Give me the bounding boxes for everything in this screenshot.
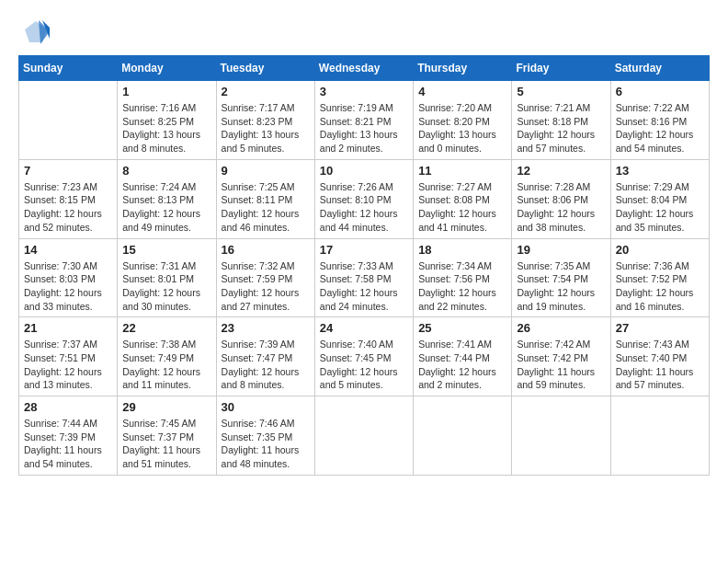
day-number: 28 (24, 400, 112, 414)
day-number: 25 (418, 321, 506, 335)
weekday-header: Thursday (414, 56, 512, 81)
day-info: Sunrise: 7:40 AMSunset: 7:45 PMDaylight:… (320, 338, 408, 392)
day-info: Sunrise: 7:38 AMSunset: 7:49 PMDaylight:… (122, 338, 210, 392)
daylight-text: Daylight: 12 hours and 22 minutes. (418, 287, 496, 312)
calendar-cell: 16Sunrise: 7:32 AMSunset: 7:59 PMDayligh… (216, 238, 314, 317)
day-info: Sunrise: 7:28 AMSunset: 8:06 PMDaylight:… (517, 180, 605, 235)
weekday-header: Sunday (19, 56, 118, 81)
daylight-text: Daylight: 12 hours and 35 minutes. (616, 208, 694, 233)
day-number: 4 (418, 85, 506, 98)
daylight-text: Daylight: 12 hours and 33 minutes. (24, 287, 102, 312)
sunrise-text: Sunrise: 7:28 AM (517, 181, 590, 192)
sunrise-text: Sunrise: 7:22 AM (616, 102, 689, 113)
daylight-text: Daylight: 12 hours and 54 minutes. (616, 129, 694, 154)
day-number: 26 (517, 321, 605, 335)
sunrise-text: Sunrise: 7:25 AM (222, 181, 295, 192)
sunrise-text: Sunrise: 7:32 AM (222, 260, 295, 271)
sunset-text: Sunset: 7:47 PM (222, 352, 293, 363)
day-info: Sunrise: 7:19 AMSunset: 8:21 PMDaylight:… (320, 101, 408, 155)
calendar-cell: 15Sunrise: 7:31 AMSunset: 8:01 PMDayligh… (118, 238, 216, 317)
sunrise-text: Sunrise: 7:24 AM (122, 181, 196, 192)
calendar-cell: 30Sunrise: 7:46 AMSunset: 7:35 PMDayligh… (216, 396, 314, 476)
day-info: Sunrise: 7:33 AMSunset: 7:58 PMDaylight:… (320, 259, 408, 314)
sunset-text: Sunset: 8:13 PM (122, 194, 194, 205)
day-number: 17 (320, 243, 408, 257)
day-number: 23 (222, 321, 310, 335)
sunset-text: Sunset: 8:01 PM (122, 273, 194, 284)
weekday-header: Friday (512, 56, 610, 81)
day-number: 1 (122, 85, 210, 98)
day-number: 20 (616, 243, 704, 257)
daylight-text: Daylight: 12 hours and 19 minutes. (517, 287, 595, 312)
sunrise-text: Sunrise: 7:19 AM (320, 102, 393, 113)
calendar-cell: 25Sunrise: 7:41 AMSunset: 7:44 PMDayligh… (414, 317, 512, 396)
sunset-text: Sunset: 7:42 PM (517, 352, 588, 363)
sunrise-text: Sunrise: 7:38 AM (122, 339, 196, 350)
sunrise-text: Sunrise: 7:21 AM (517, 102, 590, 113)
daylight-text: Daylight: 11 hours and 48 minutes. (222, 444, 300, 469)
sunrise-text: Sunrise: 7:26 AM (320, 181, 393, 192)
day-number: 12 (517, 164, 605, 178)
calendar-week-row: 1Sunrise: 7:16 AMSunset: 8:25 PMDaylight… (19, 81, 710, 160)
calendar-cell (314, 396, 413, 476)
sunrise-text: Sunrise: 7:41 AM (418, 339, 492, 350)
calendar-cell (414, 396, 512, 476)
sunrise-text: Sunrise: 7:27 AM (418, 181, 492, 192)
calendar-cell (512, 396, 610, 476)
day-number: 22 (122, 321, 210, 335)
day-info: Sunrise: 7:39 AMSunset: 7:47 PMDaylight:… (222, 338, 310, 392)
calendar-cell: 13Sunrise: 7:29 AMSunset: 8:04 PMDayligh… (610, 159, 709, 238)
day-number: 15 (122, 243, 210, 257)
logo-icon (22, 18, 50, 46)
sunset-text: Sunset: 7:54 PM (517, 273, 588, 284)
sunrise-text: Sunrise: 7:34 AM (418, 260, 492, 271)
day-info: Sunrise: 7:24 AMSunset: 8:13 PMDaylight:… (122, 180, 210, 235)
calendar-cell: 2Sunrise: 7:17 AMSunset: 8:23 PMDaylight… (216, 81, 314, 160)
day-info: Sunrise: 7:35 AMSunset: 7:54 PMDaylight:… (517, 259, 605, 314)
sunset-text: Sunset: 7:59 PM (222, 273, 293, 284)
calendar-cell: 12Sunrise: 7:28 AMSunset: 8:06 PMDayligh… (512, 159, 610, 238)
calendar-cell: 17Sunrise: 7:33 AMSunset: 7:58 PMDayligh… (314, 238, 413, 317)
calendar: SundayMondayTuesdayWednesdayThursdayFrid… (18, 55, 710, 476)
sunset-text: Sunset: 8:04 PM (616, 194, 688, 205)
sunset-text: Sunset: 7:49 PM (122, 352, 194, 363)
day-number: 30 (222, 400, 310, 414)
day-info: Sunrise: 7:21 AMSunset: 8:18 PMDaylight:… (517, 101, 605, 155)
day-info: Sunrise: 7:46 AMSunset: 7:35 PMDaylight:… (222, 417, 310, 471)
daylight-text: Daylight: 12 hours and 52 minutes. (24, 208, 102, 233)
day-info: Sunrise: 7:20 AMSunset: 8:20 PMDaylight:… (418, 101, 506, 155)
sunrise-text: Sunrise: 7:42 AM (517, 339, 590, 350)
day-info: Sunrise: 7:44 AMSunset: 7:39 PMDaylight:… (24, 417, 112, 471)
calendar-cell: 3Sunrise: 7:19 AMSunset: 8:21 PMDaylight… (314, 81, 413, 160)
sunrise-text: Sunrise: 7:36 AM (616, 260, 689, 271)
sunset-text: Sunset: 8:25 PM (122, 116, 194, 127)
day-info: Sunrise: 7:29 AMSunset: 8:04 PMDaylight:… (616, 180, 704, 235)
day-number: 24 (320, 321, 408, 335)
calendar-cell: 5Sunrise: 7:21 AMSunset: 8:18 PMDaylight… (512, 81, 610, 160)
page-header (18, 18, 710, 46)
day-number: 16 (222, 243, 310, 257)
sunrise-text: Sunrise: 7:16 AM (122, 102, 196, 113)
day-info: Sunrise: 7:45 AMSunset: 7:37 PMDaylight:… (122, 417, 210, 471)
sunrise-text: Sunrise: 7:17 AM (222, 102, 295, 113)
calendar-cell: 14Sunrise: 7:30 AMSunset: 8:03 PMDayligh… (19, 238, 118, 317)
sunset-text: Sunset: 7:40 PM (616, 352, 688, 363)
day-number: 8 (122, 164, 210, 178)
day-info: Sunrise: 7:31 AMSunset: 8:01 PMDaylight:… (122, 259, 210, 314)
calendar-cell: 10Sunrise: 7:26 AMSunset: 8:10 PMDayligh… (314, 159, 413, 238)
calendar-cell: 21Sunrise: 7:37 AMSunset: 7:51 PMDayligh… (19, 317, 118, 396)
sunset-text: Sunset: 8:08 PM (418, 194, 490, 205)
sunset-text: Sunset: 7:39 PM (24, 431, 96, 442)
day-number: 29 (122, 400, 210, 414)
sunset-text: Sunset: 7:44 PM (418, 352, 490, 363)
day-info: Sunrise: 7:23 AMSunset: 8:15 PMDaylight:… (24, 180, 112, 235)
daylight-text: Daylight: 12 hours and 13 minutes. (24, 366, 102, 391)
weekday-header: Saturday (610, 56, 709, 81)
day-number: 6 (616, 85, 704, 98)
day-number: 9 (222, 164, 310, 178)
sunset-text: Sunset: 8:18 PM (517, 116, 588, 127)
day-number: 2 (222, 85, 310, 98)
daylight-text: Daylight: 12 hours and 5 minutes. (320, 366, 398, 391)
daylight-text: Daylight: 12 hours and 11 minutes. (122, 366, 200, 391)
weekday-header: Tuesday (216, 56, 314, 81)
